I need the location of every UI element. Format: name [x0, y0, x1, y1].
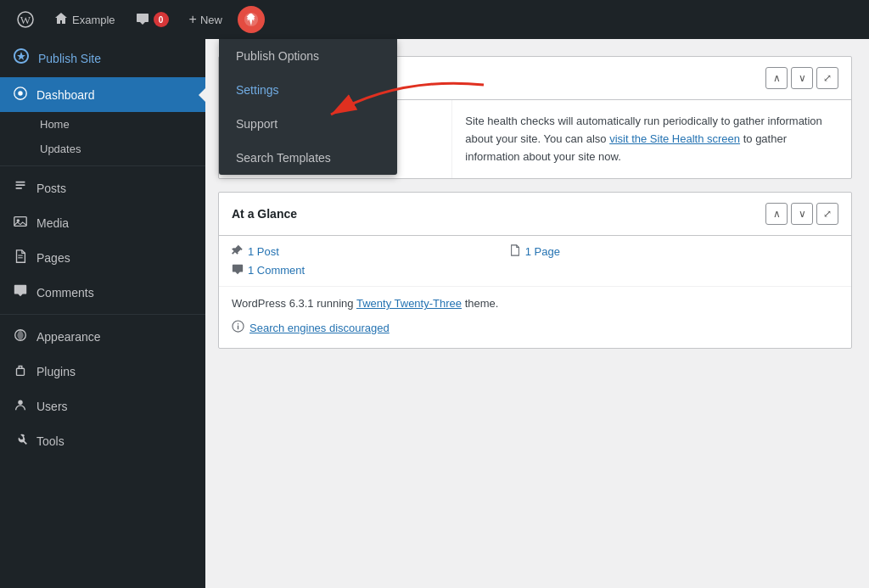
adminbar-site[interactable]: Example [46, 0, 124, 39]
menu-separator-2 [0, 314, 205, 315]
publish-site-icon [13, 48, 30, 69]
expand-button[interactable]: ⤢ [816, 67, 838, 89]
at-a-glance-controls: ∧ ∨ ⤢ [765, 203, 838, 225]
support-label: Support [236, 117, 278, 131]
svg-point-15 [238, 323, 239, 325]
updates-submenu-label: Updates [40, 143, 81, 155]
appearance-label: Appearance [36, 330, 101, 344]
dropdown-search-templates[interactable]: Search Templates [219, 141, 397, 175]
sidebar-item-posts[interactable]: Posts [0, 171, 205, 205]
sidebar-item-home[interactable]: Home [0, 112, 205, 137]
sidebar-item-updates[interactable]: Updates [0, 137, 205, 161]
search-discouraged-link[interactable]: Search engines discouraged [249, 320, 390, 338]
users-label: Users [36, 400, 68, 413]
menu-separator-1 [0, 165, 205, 166]
pages-label: Pages [36, 251, 70, 265]
glance-pages[interactable]: 1 Page [509, 244, 782, 259]
appearance-icon [13, 328, 28, 345]
media-icon [13, 214, 28, 232]
glance-posts[interactable]: 1 Post [232, 244, 505, 259]
wp-version-text: WordPress 6.3.1 running [232, 297, 354, 310]
svg-text:W: W [20, 14, 31, 26]
glance-collapse-down-button[interactable]: ∨ [791, 203, 813, 225]
svg-point-11 [18, 400, 22, 405]
publish-options-label: Publish Options [236, 49, 319, 63]
theme-link[interactable]: Twenty Twenty-Three [356, 297, 462, 310]
new-label: New [200, 14, 222, 26]
settings-label: Settings [236, 83, 279, 97]
search-discouraged[interactable]: Search engines discouraged [232, 313, 838, 339]
postbox-controls: ∧ ∨ ⤢ [765, 67, 838, 89]
adminbar-comments[interactable]: 0 [127, 0, 177, 39]
site-health-desc-text: Site health checks will automatically ru… [465, 113, 838, 165]
svg-point-4 [18, 91, 22, 95]
collapse-up-button[interactable]: ∧ [765, 67, 788, 89]
sidebar-item-tools[interactable]: Tools [0, 423, 205, 458]
posts-icon [13, 179, 28, 197]
sidebar-item-users[interactable]: Users [0, 389, 205, 423]
collapse-down-button[interactable]: ∨ [791, 67, 813, 89]
admin-sidebar: Publish Site Dashboard Home Updates Post… [0, 39, 205, 588]
search-templates-label: Search Templates [236, 151, 331, 165]
glance-comments-count: 1 Comment [248, 264, 305, 277]
comments-sidebar-icon [13, 283, 28, 301]
dropdown-settings[interactable]: Settings [219, 73, 397, 107]
dashboard-label: Dashboard [36, 88, 95, 102]
info-icon [232, 317, 244, 339]
plugins-icon [13, 362, 28, 380]
sidebar-item-appearance[interactable]: Appearance [0, 319, 205, 354]
plugins-label: Plugins [36, 365, 76, 378]
posts-label: Posts [36, 182, 66, 195]
home-submenu-label: Home [40, 118, 70, 131]
at-a-glance-widget: At a Glance ∧ ∨ ⤢ 1 Post [218, 192, 852, 348]
wp-logo[interactable]: W [8, 0, 42, 39]
comments-icon [136, 12, 149, 28]
glance-info: WordPress 6.3.1 running Twenty Twenty-Th… [219, 286, 851, 347]
wp-admin-layout: Publish Site Dashboard Home Updates Post… [0, 39, 869, 588]
dashboard-icon [13, 86, 28, 104]
site-health-link[interactable]: visit the Site Health screen [609, 132, 740, 145]
pin-icon [232, 244, 244, 259]
publish-dropdown-menu: Publish Options Settings Support Search … [219, 39, 397, 175]
users-icon [13, 397, 28, 415]
publish-site-label: Publish Site [38, 52, 101, 65]
sidebar-item-pages[interactable]: Pages [0, 240, 205, 275]
theme-after: theme. [465, 297, 499, 310]
adminbar-new[interactable]: + New [181, 0, 231, 39]
comments-sidebar-label: Comments [36, 286, 94, 300]
site-health-description: Site health checks will automatically ru… [452, 100, 851, 178]
dropdown-support[interactable]: Support [219, 107, 397, 141]
glance-stats: 1 Post 1 Page 1 Comment [219, 236, 851, 286]
sidebar-item-publish-site[interactable]: Publish Site [0, 39, 205, 77]
admin-bar: W Example 0 + New [0, 0, 869, 39]
home-icon [54, 12, 68, 28]
pages-icon-glance [509, 244, 521, 259]
at-a-glance-header: At a Glance ∧ ∨ ⤢ [219, 193, 851, 236]
sidebar-item-dashboard[interactable]: Dashboard [0, 77, 205, 112]
publish-site-button[interactable] [238, 6, 265, 33]
plus-icon: + [189, 12, 197, 27]
pages-icon [13, 249, 28, 266]
sidebar-item-plugins[interactable]: Plugins [0, 354, 205, 389]
comments-count: 0 [154, 12, 169, 27]
sidebar-item-comments[interactable]: Comments [0, 275, 205, 310]
glance-comments[interactable]: 1 Comment [232, 263, 505, 277]
glance-pages-count: 1 Page [525, 245, 560, 258]
tools-label: Tools [36, 434, 64, 448]
tools-icon [13, 432, 28, 450]
svg-rect-10 [17, 368, 25, 375]
glance-posts-count: 1 Post [248, 245, 279, 258]
site-name: Example [72, 14, 115, 26]
media-label: Media [36, 216, 69, 230]
glance-collapse-up-button[interactable]: ∧ [765, 203, 788, 225]
dropdown-publish-options[interactable]: Publish Options [219, 39, 397, 73]
at-a-glance-title: At a Glance [232, 207, 297, 221]
comment-icon-glance [232, 263, 244, 277]
svg-point-6 [17, 219, 20, 222]
glance-expand-button[interactable]: ⤢ [816, 203, 838, 225]
sidebar-item-media[interactable]: Media [0, 205, 205, 240]
